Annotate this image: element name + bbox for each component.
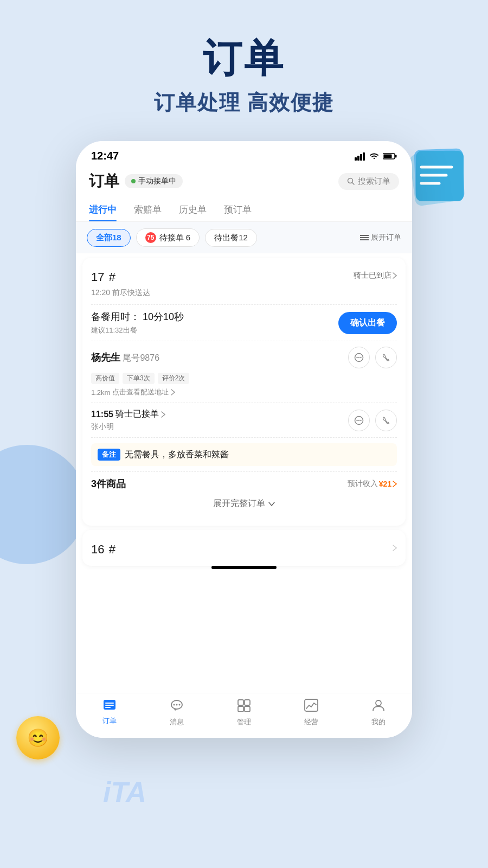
nav-orders[interactable]: 订单 — [93, 699, 126, 727]
status-icons — [355, 152, 397, 161]
signal-icon — [355, 152, 365, 161]
svg-point-24 — [358, 419, 359, 420]
tag-high-value: 高价值 — [91, 373, 119, 384]
nav-business-label: 经营 — [304, 717, 318, 727]
tab-bar: 进行中 索赔单 历史单 预订单 — [76, 198, 412, 222]
customer-action-buttons — [348, 347, 397, 368]
bottom-navigation: 订单 消息 — [76, 693, 412, 738]
divider-1 — [91, 304, 397, 305]
page-header: 订单 订单处理 高效便捷 — [0, 0, 488, 138]
deco-card-icon — [404, 141, 474, 214]
profile-icon — [371, 699, 386, 712]
chevron-right-rider-icon — [161, 411, 165, 418]
orders-nav-icon — [102, 699, 117, 714]
expand-full-order-button[interactable]: 展开完整订单 — [91, 490, 397, 517]
bg-circle-decoration — [0, 445, 87, 564]
chevron-down-icon — [268, 502, 275, 506]
home-indicator — [211, 566, 277, 569]
rider-name: 张小明 — [91, 422, 165, 432]
tag-order-count: 下单3次 — [123, 373, 155, 384]
coin-icon: 😊 — [27, 727, 49, 748]
nav-manage-label: 管理 — [237, 717, 251, 727]
filter-waiting-meal[interactable]: 待出餐12 — [205, 229, 257, 247]
svg-point-20 — [358, 357, 359, 358]
business-nav-icon — [304, 699, 318, 715]
call-customer-button[interactable] — [375, 347, 397, 368]
remark-text: 无需餐具，多放香菜和辣酱 — [125, 449, 229, 461]
tab-reservation[interactable]: 预订单 — [224, 198, 252, 221]
chat-customer-button[interactable] — [348, 347, 370, 368]
chat-icon — [354, 353, 364, 362]
order-17-time-note: 12:20 前尽快送达 — [91, 288, 397, 298]
nav-manage[interactable]: 管理 — [228, 699, 260, 727]
divider-5 — [91, 471, 397, 472]
divider-3 — [91, 403, 397, 403]
tag-review-count: 评价2次 — [158, 373, 190, 384]
delivery-info[interactable]: 1.2km 点击查看配送地址 — [91, 387, 397, 397]
chevron-right-icon — [393, 272, 397, 279]
app-title: 订单 — [89, 171, 119, 192]
customer-tags: 高价值 下单3次 评价2次 — [91, 373, 397, 384]
rider-time-status[interactable]: 11:55 骑士已接单 — [91, 409, 165, 420]
prep-time-row: 备餐用时： 10分10秒 建议11:32出餐 确认出餐 — [91, 310, 397, 335]
svg-line-14 — [352, 183, 355, 185]
svg-rect-11 — [395, 155, 397, 157]
order-16-header: 16 # — [91, 539, 397, 557]
pending-badge: 75 — [145, 232, 156, 243]
expected-income[interactable]: 预计收入 ¥21 — [348, 479, 397, 489]
messages-nav-icon — [170, 699, 184, 715]
app-header: 订单 手动接单中 搜索订单 — [76, 167, 412, 198]
order-17-rider-status[interactable]: 骑士已到店 — [354, 271, 397, 280]
nav-profile[interactable]: 我的 — [362, 699, 395, 727]
nav-profile-label: 我的 — [371, 717, 386, 727]
svg-point-39 — [376, 700, 381, 706]
wifi-icon — [369, 152, 380, 161]
nav-messages-label: 消息 — [170, 717, 184, 727]
rider-action-buttons — [348, 410, 397, 431]
search-icon — [347, 177, 355, 185]
expand-orders-button[interactable]: 展开订单 — [360, 233, 401, 242]
svg-point-23 — [356, 419, 357, 420]
chat-rider-icon — [354, 416, 364, 425]
search-button[interactable]: 搜索订单 — [338, 173, 399, 190]
call-rider-button[interactable] — [375, 410, 397, 431]
svg-point-31 — [174, 704, 175, 706]
svg-rect-34 — [238, 700, 243, 705]
messages-icon — [170, 699, 184, 712]
filter-pending-label: 待接单 6 — [159, 233, 191, 243]
nav-messages[interactable]: 消息 — [160, 699, 193, 727]
order-hash: # — [109, 270, 115, 284]
customer-name: 杨先生 — [91, 352, 120, 363]
svg-point-19 — [356, 357, 357, 358]
tab-history[interactable]: 历史单 — [179, 198, 207, 221]
tab-claim[interactable]: 索赔单 — [134, 198, 162, 221]
manage-icon — [237, 699, 251, 712]
svg-point-25 — [360, 419, 361, 420]
remark-tag: 备注 — [98, 449, 120, 461]
order-16-rider-status — [393, 545, 397, 551]
chat-rider-button[interactable] — [348, 410, 370, 431]
rider-info: 11:55 骑士已接单 张小明 — [91, 409, 165, 432]
filter-all[interactable]: 全部18 — [87, 229, 131, 247]
svg-rect-7 — [357, 156, 359, 161]
order-16-number: 16 # — [91, 539, 115, 557]
manual-order-status[interactable]: 手动接单中 — [125, 174, 183, 188]
confirm-meal-button[interactable]: 确认出餐 — [338, 312, 397, 334]
income-amount: ¥21 — [379, 480, 391, 488]
customer-info: 杨先生 尾号9876 — [91, 351, 159, 364]
divider-2 — [91, 341, 397, 341]
phone-rider-icon — [381, 416, 391, 425]
svg-rect-35 — [245, 700, 250, 705]
svg-rect-12 — [384, 154, 392, 158]
filter-waiting-label: 待出餐12 — [214, 233, 248, 243]
svg-rect-9 — [363, 152, 365, 161]
nav-business[interactable]: 经营 — [295, 699, 328, 727]
filter-pending[interactable]: 75 待接单 6 — [136, 228, 200, 247]
manage-nav-icon — [237, 699, 251, 715]
chevron-right-16-icon — [393, 545, 397, 551]
profile-nav-icon — [371, 699, 386, 715]
tab-ongoing[interactable]: 进行中 — [89, 198, 117, 221]
suggest-time: 建议11:32出餐 — [91, 326, 184, 335]
customer-row: 杨先生 尾号9876 — [91, 347, 397, 368]
page-subtitle: 订单处理 高效便捷 — [0, 89, 488, 117]
